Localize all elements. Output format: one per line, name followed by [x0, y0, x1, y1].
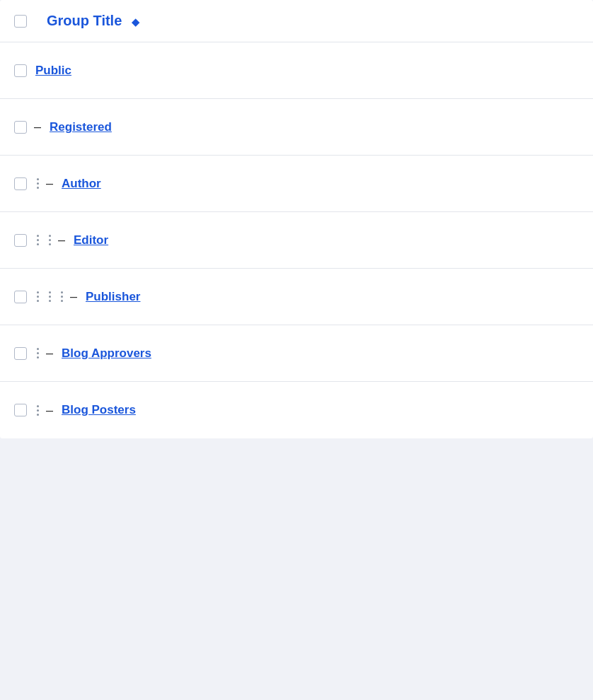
header-title[interactable]: Group Title ◆	[47, 13, 139, 29]
dots-icon-1	[37, 235, 39, 245]
row-label-editor[interactable]: Editor	[74, 233, 108, 247]
group-table: Group Title ◆ Public–Registered–Author–E…	[0, 0, 593, 438]
dots-icon-1	[37, 405, 39, 416]
table-row: –Blog Approvers	[0, 325, 593, 382]
dash-editor: –	[58, 233, 65, 247]
dash-blog-approvers: –	[46, 346, 53, 361]
dash-blog-posters: –	[46, 403, 53, 418]
header-title-text: Group Title	[47, 13, 122, 28]
table-row: –Author	[0, 156, 593, 212]
dots-icon-2	[49, 235, 51, 245]
row-label-author[interactable]: Author	[62, 177, 101, 191]
dots-icon-1	[37, 178, 39, 189]
table-body: Public–Registered–Author–Editor–Publishe…	[0, 42, 593, 438]
table-row: –Publisher	[0, 269, 593, 325]
checkbox-registered[interactable]	[14, 121, 27, 134]
dash-author: –	[46, 176, 53, 191]
dots-icon-1	[37, 348, 39, 358]
checkbox-public[interactable]	[14, 64, 27, 77]
dash-registered: –	[34, 119, 41, 134]
table-row: –Blog Posters	[0, 382, 593, 438]
row-label-public[interactable]: Public	[35, 64, 71, 78]
row-label-blog-approvers[interactable]: Blog Approvers	[62, 346, 151, 361]
header-checkbox[interactable]	[14, 15, 27, 28]
table-row: Public	[0, 42, 593, 99]
table-row: –Editor	[0, 212, 593, 269]
row-label-blog-posters[interactable]: Blog Posters	[62, 403, 136, 417]
checkbox-editor[interactable]	[14, 234, 27, 247]
checkbox-blog-posters[interactable]	[14, 404, 27, 416]
checkbox-author[interactable]	[14, 177, 27, 190]
dots-icon-2	[49, 291, 51, 302]
row-label-registered[interactable]: Registered	[50, 120, 112, 134]
table-row: –Registered	[0, 99, 593, 156]
dots-icon-3	[61, 291, 63, 302]
checkbox-publisher[interactable]	[14, 291, 27, 303]
sort-icon[interactable]: ◆	[132, 16, 139, 28]
row-label-publisher[interactable]: Publisher	[86, 290, 140, 304]
dash-publisher: –	[70, 289, 77, 304]
checkbox-blog-approvers[interactable]	[14, 347, 27, 360]
dots-icon-1	[37, 291, 39, 302]
table-header-row: Group Title ◆	[0, 0, 593, 42]
